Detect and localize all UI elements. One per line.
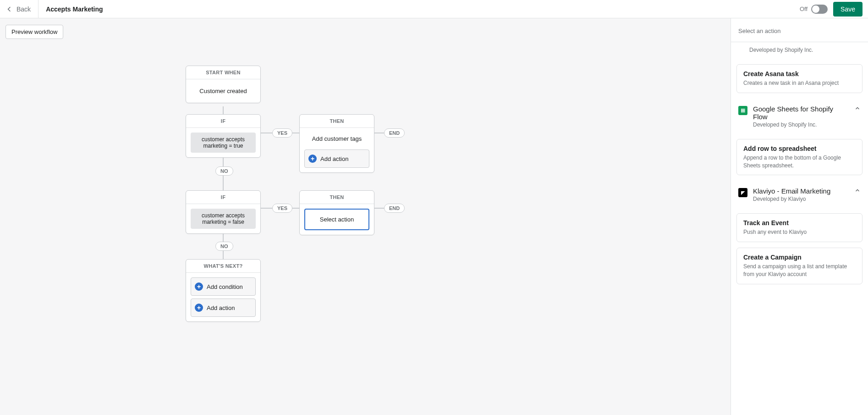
condition-chip-2: customer accepts marketing = false [191, 209, 256, 229]
arrow-left-icon [5, 6, 13, 13]
preview-workflow-button[interactable]: Preview workflow [5, 25, 63, 39]
add-condition-label: Add condition [207, 283, 243, 290]
header-left: Back Accepts Marketing [5, 0, 103, 18]
if-node-2-body: customer accepts marketing = false [186, 204, 260, 233]
plus-icon: + [195, 304, 203, 312]
add-row-desc: Append a row to the bottom of a Google S… [743, 154, 856, 170]
if-node-1[interactable]: IF customer accepts marketing = true [186, 114, 261, 158]
whats-next-body: + Add condition + Add action [186, 273, 260, 321]
create-campaign-desc: Send a campaign using a list and templat… [743, 263, 856, 278]
if-node-2-header: IF [186, 191, 260, 204]
then-node-1-action: Add customer tags [304, 133, 369, 147]
start-node-text: Customer created [191, 84, 256, 98]
page-title: Accepts Marketing [46, 6, 103, 13]
if-node-2[interactable]: IF customer accepts marketing = false [186, 190, 261, 234]
flow-canvas[interactable]: Preview workflow START WHEN Customer cre… [0, 18, 731, 415]
no-pill-2: NO [215, 242, 233, 251]
sheets-group-main: Google Sheets for Shopify Flow Developed… [753, 105, 849, 128]
if-node-1-body: customer accepts marketing = true [186, 128, 260, 157]
condition-chip-1: customer accepts marketing = true [191, 133, 256, 153]
no-pill-1: NO [215, 166, 233, 176]
end-pill-2: END [384, 204, 405, 213]
connector-line [223, 106, 224, 114]
sheets-sub: Developed by Shopify Inc. [753, 122, 849, 128]
klaviyo-group-main: Klaviyo - Email Marketing Developed by K… [753, 187, 849, 202]
if-node-1-header: IF [186, 115, 260, 128]
sheets-title: Google Sheets for Shopify Flow [753, 105, 849, 121]
group-header-sheets[interactable]: ▦ Google Sheets for Shopify Flow Develop… [731, 99, 868, 133]
status-toggle[interactable] [811, 5, 828, 14]
header-right: Off Save [800, 2, 863, 17]
top-bar: Back Accepts Marketing Off Save [0, 0, 868, 18]
action-card-add-row[interactable]: Add row to spreadsheet Append a row to t… [736, 139, 863, 176]
action-card-track-event[interactable]: Track an Event Push any event to Klaviyo [736, 213, 863, 242]
then-node-2[interactable]: THEN Select action [299, 190, 374, 235]
chevron-up-icon [854, 105, 861, 113]
main: Preview workflow START WHEN Customer cre… [0, 18, 868, 415]
end-pill-1: END [384, 128, 405, 138]
chevron-up-icon [854, 187, 861, 195]
add-condition-button[interactable]: + Add condition [191, 277, 256, 296]
create-campaign-title: Create a Campaign [743, 254, 856, 261]
klaviyo-title: Klaviyo - Email Marketing [753, 187, 849, 195]
group-header-klaviyo[interactable]: ◤ Klaviyo - Email Marketing Developed by… [731, 181, 868, 208]
select-action-button[interactable]: Select action [304, 209, 369, 230]
plus-icon: + [308, 155, 317, 163]
then-node-1-body: Add customer tags + Add action [300, 128, 374, 172]
track-event-desc: Push any event to Klaviyo [743, 228, 856, 236]
asana-title: Create Asana task [743, 70, 856, 77]
top-dev-label: Developed by Shopify Inc. [731, 42, 868, 59]
connector-line [374, 208, 384, 209]
start-node-header: START WHEN [186, 66, 260, 79]
then-node-1[interactable]: THEN Add customer tags + Add action [299, 114, 374, 173]
add-action-button-1[interactable]: + Add action [304, 149, 369, 168]
yes-pill-2: YES [272, 204, 292, 213]
add-action-label: Add action [207, 304, 235, 311]
action-sidebar: Select an action Developed by Shopify In… [731, 18, 868, 415]
start-node[interactable]: START WHEN Customer created [186, 66, 261, 103]
track-event-title: Track an Event [743, 219, 856, 227]
then-node-2-header: THEN [300, 191, 374, 204]
klaviyo-icon: ◤ [738, 188, 747, 197]
back-label: Back [16, 6, 31, 13]
save-button[interactable]: Save [833, 2, 863, 17]
add-action-button-2[interactable]: + Add action [191, 299, 256, 317]
whats-next-node[interactable]: WHAT'S NEXT? + Add condition + Add actio… [186, 259, 261, 322]
sidebar-title: Select an action [731, 18, 868, 42]
connector-line [374, 133, 384, 133]
toggle-label: Off [800, 6, 808, 12]
whats-next-header: WHAT'S NEXT? [186, 260, 260, 273]
then-node-2-body: Select action [300, 204, 374, 235]
then-node-1-header: THEN [300, 115, 374, 128]
asana-desc: Creates a new task in an Asana project [743, 79, 856, 87]
google-sheets-icon: ▦ [738, 106, 747, 115]
start-node-body: Customer created [186, 79, 260, 103]
yes-pill-1: YES [272, 128, 292, 138]
action-card-create-campaign[interactable]: Create a Campaign Send a campaign using … [736, 248, 863, 284]
add-row-title: Add row to spreadsheet [743, 145, 856, 152]
status-toggle-wrap: Off [800, 5, 828, 14]
add-action-label: Add action [320, 155, 348, 162]
back-button[interactable]: Back [5, 0, 38, 18]
plus-icon: + [195, 282, 203, 291]
action-card-asana[interactable]: Create Asana task Creates a new task in … [736, 64, 863, 93]
klaviyo-sub: Developed by Klaviyo [753, 196, 849, 202]
